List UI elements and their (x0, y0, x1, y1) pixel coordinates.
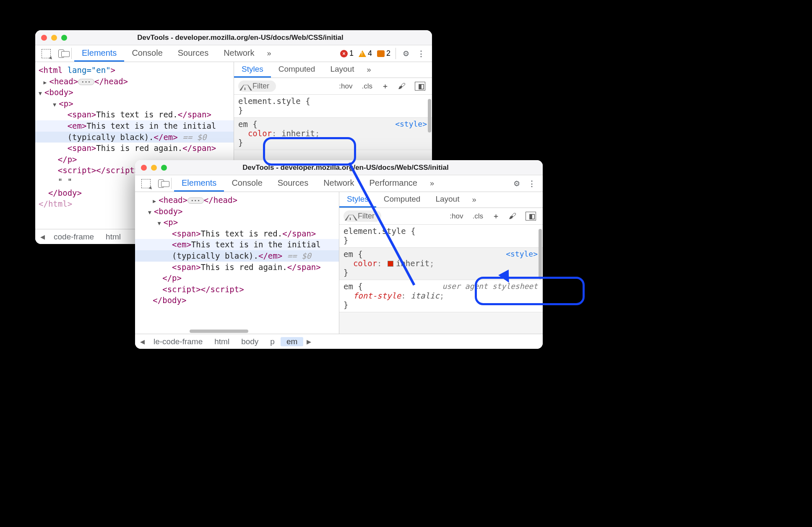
tab-layout[interactable]: Layout (428, 192, 467, 208)
new-rule-icon[interactable] (490, 211, 502, 221)
collapse-icon[interactable]: ▼ (148, 209, 154, 216)
crumb-item[interactable]: le-code-frame (148, 337, 208, 346)
tab-styles[interactable]: Styles (234, 62, 271, 78)
zoom-icon[interactable] (161, 165, 167, 171)
tabs-overflow-icon[interactable]: » (425, 175, 439, 192)
crumb-prev-icon[interactable]: ◂ (137, 336, 148, 347)
tab-computed[interactable]: Computed (271, 62, 323, 78)
styles-filter-bar: Filter :hov .cls 🖌 ◧ (339, 208, 543, 225)
panel-toggle-icon[interactable]: ◧ (412, 82, 428, 91)
brush-icon[interactable]: 🖌 (506, 212, 519, 221)
tab-console[interactable]: Console (224, 175, 270, 192)
ellipsis-icon[interactable]: ••• (78, 79, 94, 85)
tab-sources[interactable]: Sources (170, 45, 216, 62)
crumb-item[interactable]: body (235, 337, 264, 346)
scrollbar[interactable] (190, 330, 248, 333)
tab-elements[interactable]: Elements (74, 45, 124, 62)
close-icon[interactable] (41, 35, 47, 41)
tabs-overflow-icon[interactable]: » (467, 192, 481, 208)
menu-icon[interactable] (414, 45, 429, 62)
funnel-icon (242, 84, 249, 89)
collapse-icon[interactable]: ▼ (158, 220, 164, 227)
device-toggle-icon[interactable] (54, 45, 69, 62)
rule-em-ua[interactable]: user agent stylesheet em { font-style: i… (339, 280, 543, 312)
warning-count[interactable]: 4 (356, 45, 375, 62)
main-toolbar: Elements Console Sources Network Perform… (135, 175, 543, 192)
ua-stylesheet-label: user agent stylesheet (442, 282, 538, 291)
minimize-icon[interactable] (151, 165, 157, 171)
ellipsis-icon[interactable]: ••• (187, 197, 204, 204)
titlebar: DevTools - developer.mozilla.org/en-US/d… (35, 30, 432, 45)
divider (171, 178, 172, 189)
crumb-item[interactable]: html (100, 232, 127, 241)
tab-network[interactable]: Network (316, 175, 362, 192)
titlebar: DevTools - developer.mozilla.org/en-US/d… (135, 160, 543, 175)
collapse-icon[interactable]: ▼ (53, 101, 59, 109)
main-toolbar: Elements Console Sources Network » ×1 4 … (35, 45, 432, 62)
new-rule-icon[interactable] (379, 81, 391, 91)
dom-tree[interactable]: ▶<head>•••</head> ▼<body> ▼<p> <span>Thi… (135, 192, 339, 334)
color-swatch-icon[interactable] (388, 261, 393, 267)
styles-pane: Styles Computed Layout » Filter :hov .cl… (339, 192, 543, 334)
inspect-icon[interactable] (39, 45, 54, 62)
styles-filter-bar: Filter :hov .cls 🖌 ◧ (234, 78, 432, 95)
tab-elements[interactable]: Elements (174, 175, 224, 192)
stylesheet-link[interactable]: <style> (395, 119, 427, 128)
rule-element-style[interactable]: element.style { } (339, 225, 543, 248)
crumb-item[interactable]: code-frame (48, 232, 100, 241)
crumb-next-icon[interactable]: ▸ (303, 336, 314, 347)
rule-element-style[interactable]: element.style { } (234, 95, 432, 118)
menu-icon[interactable] (524, 175, 539, 192)
gear-icon[interactable] (509, 175, 524, 192)
devtools-window-2: DevTools - developer.mozilla.org/en-US/d… (135, 160, 543, 349)
window-controls (141, 165, 167, 171)
tab-performance[interactable]: Performance (362, 175, 425, 192)
filter-input[interactable]: Filter (238, 80, 276, 92)
window-controls (41, 35, 67, 41)
crumb-item[interactable]: html (208, 337, 235, 346)
brush-icon[interactable]: 🖌 (396, 82, 408, 91)
tab-console[interactable]: Console (124, 45, 170, 62)
close-icon[interactable] (141, 165, 147, 171)
minimize-icon[interactable] (51, 35, 57, 41)
expand-icon[interactable]: ▶ (43, 79, 49, 86)
scrollbar[interactable] (539, 229, 542, 279)
rule-em[interactable]: <style> em { color: inherit; } (339, 248, 543, 280)
rule-em[interactable]: <style> em { color: inherit; } (234, 118, 432, 150)
funnel-icon (348, 214, 354, 219)
divider (71, 48, 72, 59)
styles-tabs: Styles Computed Layout » (234, 62, 432, 78)
device-toggle-icon[interactable] (154, 175, 169, 192)
breadcrumb: ◂ le-code-frame html body p em ▸ (135, 334, 543, 349)
crumb-item[interactable]: p (264, 337, 281, 346)
issue-count[interactable]: 2 (375, 45, 393, 62)
hov-button[interactable]: :hov (447, 212, 466, 221)
scrollbar[interactable] (428, 99, 431, 132)
panel-toggle-icon[interactable]: ◧ (523, 212, 539, 221)
error-count[interactable]: ×1 (338, 45, 356, 62)
divider (396, 48, 396, 59)
selected-dom-node[interactable]: (typically black).</em> == $0 (35, 132, 234, 143)
tab-network[interactable]: Network (216, 45, 262, 62)
inspect-icon[interactable] (138, 175, 154, 192)
window-title: DevTools - developer.mozilla.org/en-US/d… (71, 34, 426, 42)
zoom-icon[interactable] (61, 35, 67, 41)
stylesheet-link[interactable]: <style> (506, 249, 538, 258)
crumb-item-active[interactable]: em (281, 337, 303, 346)
selected-dom-node[interactable]: (typically black).</em> == $0 (135, 250, 339, 262)
tab-sources[interactable]: Sources (270, 175, 316, 192)
hov-button[interactable]: :hov (336, 82, 355, 91)
collapse-icon[interactable]: ▼ (39, 90, 44, 97)
gear-icon[interactable] (398, 45, 414, 62)
tab-layout[interactable]: Layout (323, 62, 362, 78)
expand-icon[interactable]: ▶ (153, 197, 159, 205)
cls-button[interactable]: .cls (359, 82, 375, 91)
crumb-prev-icon[interactable]: ◂ (37, 231, 48, 242)
tabs-overflow-icon[interactable]: » (262, 45, 276, 62)
tab-computed[interactable]: Computed (376, 192, 428, 208)
tabs-overflow-icon[interactable]: » (362, 62, 376, 78)
cls-button[interactable]: .cls (470, 212, 486, 221)
